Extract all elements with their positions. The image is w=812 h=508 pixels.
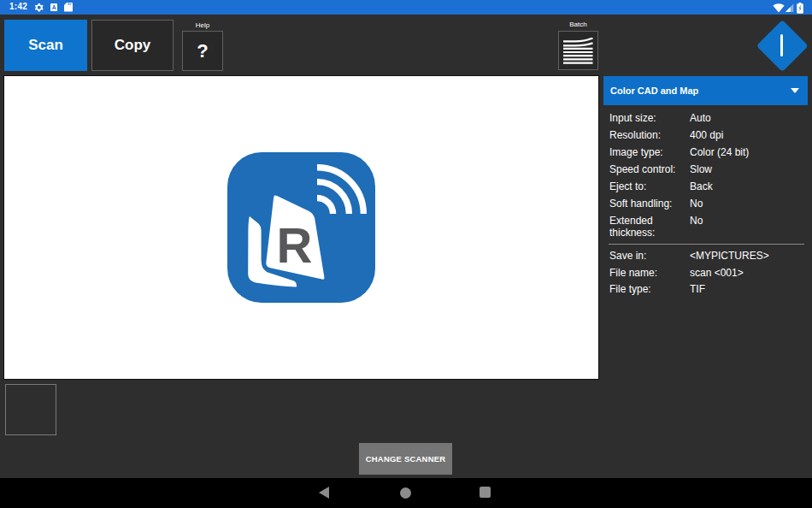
svg-text:R: R bbox=[277, 217, 313, 273]
svg-text:A: A bbox=[51, 4, 56, 10]
